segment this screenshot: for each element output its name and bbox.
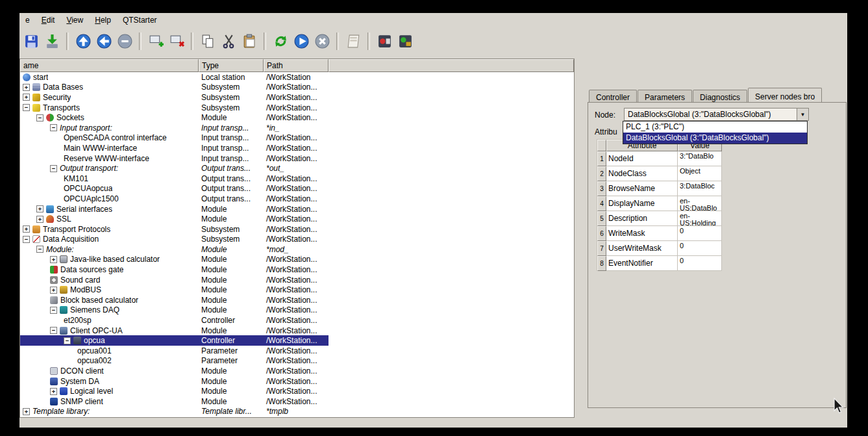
reload-button[interactable] [271,31,290,51]
tree-row-system-da[interactable]: System DAModule/WorkStation... [20,376,329,387]
tree-expander[interactable]: − [23,236,30,243]
value-cell[interactable]: 0 [678,241,722,256]
paste-button[interactable] [240,31,259,51]
value-cell[interactable]: 3:DataBloc [678,181,722,196]
value-cell[interactable]: 0 [678,256,722,271]
row-number-cell[interactable]: 8 [597,256,606,271]
tree-row-reserve-www-interface[interactable]: Reserve WWW-interfaceInput transp.../Wor… [20,153,329,164]
tree-expander[interactable]: + [36,216,43,223]
tab-server-nodes-bro[interactable]: Server nodes bro [748,88,822,102]
back-button[interactable] [94,31,114,51]
tree-row-et200sp[interactable]: et200spController/WorkStation... [20,315,329,326]
tree-row-opcua[interactable]: −opcuaController/WorkStation... [20,335,329,346]
menu-item-view[interactable]: View [60,14,89,27]
tree-row-input-transport[interactable]: −Input transport:Input transp...*in_ [20,123,329,133]
tree-row-opcuaplc1500[interactable]: OPCUAplc1500Output trans.../WorkStation.… [20,194,329,204]
menu-item-help[interactable]: Help [89,14,117,27]
tree-row-siemens-daq[interactable]: −Siemens DAQModule/WorkStation... [20,305,329,316]
tree-row-java-like-based-calculator[interactable]: +Java-like based calculatorModule/WorkSt… [20,255,329,265]
tree-expander[interactable]: + [23,84,30,91]
tree-row-module[interactable]: −Module:Module*mod_ [20,244,329,255]
tree-row-km101[interactable]: KM101Output trans.../WorkStation... [20,173,329,184]
tree-row-serial-interfaces[interactable]: +Serial interfacesModule/WorkStation... [20,204,329,214]
value-cell[interactable]: Object [678,166,722,181]
up-button[interactable] [73,31,93,51]
load-button[interactable] [42,31,62,51]
tab-controller[interactable]: Controller [589,90,637,102]
tree-expander[interactable]: − [36,114,43,122]
node-select[interactable]: DataBlocksGlobal (3:"DataBlocksGlobal") … [624,108,809,121]
tree-expander[interactable]: + [50,256,57,263]
tree-row-opcua002[interactable]: opcua002Parameter/WorkStation... [20,356,329,366]
tree-row-dcon-client[interactable]: DCON clientModule/WorkStation... [20,366,329,376]
row-number-cell[interactable]: 2 [597,166,606,181]
add-item-button[interactable] [146,31,166,51]
tree-expander[interactable]: + [23,94,30,101]
save-button[interactable] [21,31,41,51]
tree-row-template-library[interactable]: +Template library:Template libr...*tmplb [20,407,329,417]
stop-button[interactable] [312,31,332,51]
row-number-cell[interactable]: 4 [597,196,606,211]
tree-row-block-based-calculator[interactable]: Block based calculatorModule/WorkStation… [20,295,329,305]
tree-row-data-sources-gate[interactable]: Data sources gateModule/WorkStation... [20,264,329,275]
chevron-down-icon[interactable]: ▼ [797,109,808,120]
tree-expander[interactable]: − [36,246,43,253]
row-number-cell[interactable]: 7 [597,241,606,256]
tree-row-modbus[interactable]: +ModBUSModule/WorkStation... [20,285,329,295]
tree-row-sockets[interactable]: −SocketsModule/WorkStation... [20,112,329,123]
tree-expander[interactable]: − [23,104,30,111]
tree-row-sound-card[interactable]: Sound cardModule/WorkStation... [20,275,329,285]
row-number-cell[interactable]: 3 [597,181,606,196]
row-number-cell[interactable]: 1 [597,151,606,166]
column-header-path[interactable]: Path [264,59,329,72]
tree-row-snmp-client[interactable]: SNMP clientModule/WorkStation... [20,396,329,407]
tab-parameters[interactable]: Parameters [638,90,692,102]
column-header-type[interactable]: Type [199,59,264,72]
tree-expander[interactable]: + [23,408,30,415]
start-button[interactable] [291,31,311,51]
tree-expander[interactable]: + [50,287,57,294]
delete-item-button[interactable] [167,31,186,51]
value-cell[interactable]: en-US:DataBlo [678,196,722,211]
forward-button[interactable] [115,31,134,51]
tree-expander[interactable]: − [50,327,57,334]
row-number-cell[interactable]: 5 [597,211,606,226]
menu-item-edit[interactable]: Edit [36,14,61,27]
tree-row-output-transport[interactable]: −Output transport:Output trans...*out_ [20,163,329,173]
tree-expander[interactable]: − [64,337,71,344]
config-button[interactable] [395,31,415,51]
cut-button[interactable] [219,31,238,51]
clean-button[interactable] [343,31,363,51]
menu-item-qtstarter[interactable]: QTStarter [117,14,163,27]
copy-button[interactable] [198,31,217,51]
tree-row-transports[interactable]: −TransportsSubsystem/WorkStation... [20,103,329,113]
dropdown-item-datablocksglobal-3-datablocksglobal[interactable]: DataBlocksGlobal (3:"DataBlocksGlobal") [623,133,807,144]
tree-row-security[interactable]: +SecuritySubsystem/WorkStation... [20,92,329,103]
tree-row-main-www-interface[interactable]: Main WWW-interfaceInput transp.../WorkSt… [20,143,329,153]
tree-row-start[interactable]: startLocal station/WorkStation [20,72,329,83]
value-cell[interactable]: 0 [678,226,722,241]
tree-row-openscada-control-interface[interactable]: OpenSCADA control interfaceInput transp.… [20,133,329,144]
tree-row-data-acquisition[interactable]: −Data AcquisitionSubsystem/WorkStation..… [20,235,329,245]
tree-expander[interactable]: + [50,388,57,395]
tree-row-logical-level[interactable]: +Logical levelModule/WorkStation... [20,386,329,396]
tree-expander[interactable]: − [50,307,57,314]
tree-expander[interactable]: − [50,124,57,131]
tree-row-data-bases[interactable]: +Data BasesSubsystem/WorkStation... [20,83,329,93]
tab-diagnostics[interactable]: Diagnostics [693,90,747,102]
tree-row-ssl[interactable]: +SSLModule/WorkStation... [20,214,329,224]
tree-row-opcuaopcua[interactable]: OPCUAopcuaOutput trans.../WorkStation... [20,184,329,194]
column-header-name[interactable]: ame [20,59,199,72]
value-cell[interactable]: 3:"DataBlo [678,151,722,166]
dropdown-item-plc-1-3-plc[interactable]: PLC_1 (3:"PLC") [623,122,807,133]
row-number-cell[interactable]: 6 [597,226,606,241]
tree-expander[interactable]: + [36,205,43,212]
tree-expander[interactable]: − [50,165,57,172]
tree-expander[interactable]: + [23,225,30,233]
value-cell[interactable]: en-US:Holding [678,211,722,226]
menu-item-e[interactable]: e [19,14,36,27]
vision-button[interactable] [375,31,394,51]
tree-row-opcua001[interactable]: opcua001Parameter/WorkStation... [20,346,329,356]
tree-row-client-opc-ua[interactable]: −Client OPC-UAModule/WorkStation... [20,326,329,336]
tree-row-transport-protocols[interactable]: +Transport ProtocolsSubsystem/WorkStatio… [20,224,329,235]
